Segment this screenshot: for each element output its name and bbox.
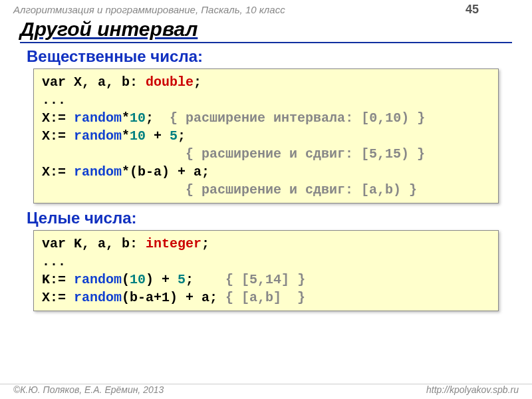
code-text: ) + <box>146 272 178 287</box>
footer-copyright: ©К.Ю. Поляков, Е.А. Ерёмин, 2013 <box>13 384 164 395</box>
course-name: Алгоритмизация и программирование, Паска… <box>13 4 285 15</box>
code-text: * <box>122 128 130 144</box>
code-text: X:= <box>42 128 74 144</box>
code-text: ( <box>122 272 130 287</box>
code-text: + <box>146 128 170 144</box>
code-num: 10 <box>130 128 146 144</box>
footer-url: http://kpolyakov.spb.ru <box>426 384 519 395</box>
code-text: ... <box>42 92 66 108</box>
section-int-label: Целые числа: <box>27 209 505 227</box>
code-text: X:= <box>42 290 74 305</box>
section-real-label: Вещественные числа: <box>27 47 505 66</box>
code-text: X:= <box>42 110 74 126</box>
code-pad <box>42 182 186 198</box>
code-num: 10 <box>130 110 146 126</box>
code-pad <box>42 146 186 162</box>
code-int: var K, a, b: integer; ... K:= random(10)… <box>33 230 499 311</box>
code-text: ; <box>178 128 186 144</box>
slide-title: Другой интервал <box>20 18 512 43</box>
code-num: 10 <box>130 272 146 287</box>
code-fn: random <box>74 128 122 144</box>
code-text: var K, a, b: <box>42 236 146 251</box>
code-fn: random <box>74 272 122 287</box>
slide-footer: ©К.Ю. Поляков, Е.А. Ерёмин, 2013 http://… <box>0 384 532 395</box>
code-comment: { [a,b] } <box>225 290 305 305</box>
slide-header: Алгоритмизация и программирование, Паска… <box>0 0 532 18</box>
code-num: 5 <box>170 128 178 144</box>
code-text: ... <box>42 254 66 269</box>
code-num: 5 <box>178 272 186 287</box>
code-type: integer <box>146 236 201 251</box>
code-fn: random <box>74 164 122 180</box>
code-text: ; <box>146 110 154 126</box>
code-text: var X, a, b: <box>42 74 146 90</box>
code-real: var X, a, b: double; ... X:= random*10; … <box>33 68 499 203</box>
code-text: *(b-a) + a; <box>122 164 209 180</box>
page-number: 45 <box>466 3 519 17</box>
code-comment: { расширение интервала: [0,10) } <box>154 110 425 126</box>
code-fn: random <box>74 290 122 305</box>
code-text: * <box>122 110 130 126</box>
code-text: ; <box>186 272 225 287</box>
code-text: (b-a+1) + a; <box>122 290 225 305</box>
code-comment: { расширение и сдвиг: [a,b) } <box>186 182 417 198</box>
code-text: ; <box>194 74 201 90</box>
code-text: K:= <box>42 272 74 287</box>
code-type: double <box>146 74 194 90</box>
code-fn: random <box>74 110 122 126</box>
code-comment: { [5,14] } <box>225 272 305 287</box>
code-comment: { расширение и сдвиг: [5,15) } <box>186 146 425 162</box>
code-text: ; <box>201 236 209 251</box>
code-text: X:= <box>42 164 74 180</box>
